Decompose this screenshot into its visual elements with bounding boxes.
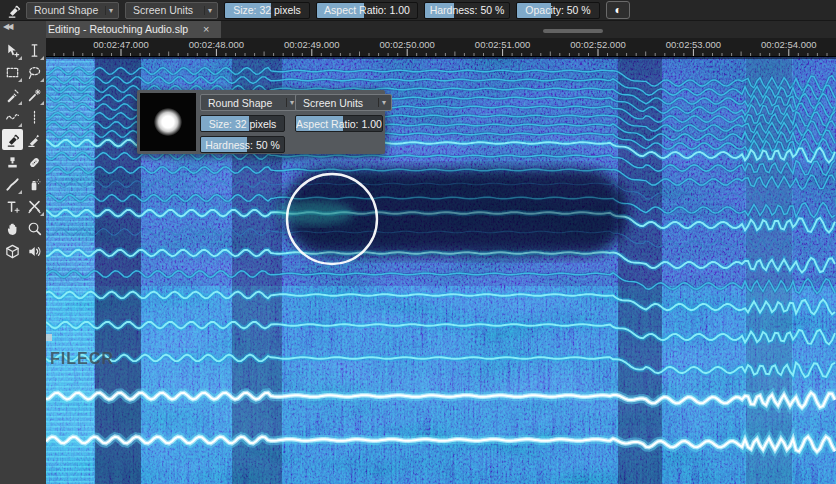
time-label: 00:02:51.000 bbox=[463, 39, 543, 50]
time-label: 00:02:47.000 bbox=[81, 39, 161, 50]
flyout-indicator bbox=[18, 101, 22, 105]
tool-hand[interactable] bbox=[2, 218, 23, 239]
amplify-icon bbox=[27, 132, 42, 147]
time-label: 00:02:50.000 bbox=[367, 39, 447, 50]
tab-bar: Editing - Retouching Audio.slp × bbox=[46, 20, 836, 38]
hardness-slider[interactable]: Hardness: 50 % bbox=[424, 2, 510, 19]
playback-icon bbox=[27, 244, 42, 259]
brush-preview bbox=[140, 93, 196, 151]
tool-text[interactable] bbox=[2, 196, 23, 217]
chevron-down-icon: ▾ bbox=[105, 6, 116, 15]
aspect-ratio-slider[interactable]: Aspect Ratio: 1.00 bbox=[316, 2, 418, 19]
hand-icon bbox=[5, 221, 20, 236]
popup-brush-shape-value: Round Shape bbox=[208, 97, 280, 109]
chevron-down-icon: ▾ bbox=[378, 98, 389, 107]
active-tool-eraser-icon bbox=[0, 3, 26, 18]
tool-magic-wand[interactable] bbox=[24, 85, 45, 106]
zoom-icon bbox=[27, 221, 42, 236]
flyout-indicator bbox=[40, 212, 44, 216]
tool-heal[interactable] bbox=[24, 152, 45, 173]
tool-playback[interactable] bbox=[24, 241, 45, 262]
heal-icon bbox=[27, 155, 42, 170]
tool-zoom[interactable] bbox=[24, 218, 45, 239]
horizontal-scroll-thumb[interactable] bbox=[543, 29, 603, 33]
tool-amplify[interactable] bbox=[24, 129, 45, 150]
tool-cut[interactable] bbox=[24, 196, 45, 217]
invert-contrast-button[interactable]: ◐ bbox=[606, 1, 630, 19]
text-icon bbox=[5, 199, 20, 214]
brush-shape-dropdown[interactable]: Round Shape ▾ bbox=[26, 2, 119, 19]
time-label: 00:02:53.000 bbox=[653, 39, 733, 50]
collapse-panel-button[interactable]: ◀◀ bbox=[3, 22, 11, 31]
flyout-indicator bbox=[40, 56, 44, 60]
popup-hardness-label: Hardness: 50 % bbox=[201, 137, 284, 152]
flyout-indicator bbox=[40, 101, 44, 105]
tool-transform[interactable] bbox=[2, 40, 23, 61]
clone-stamp-icon bbox=[5, 155, 20, 170]
popup-brush-shape-dropdown[interactable]: Round Shape ▾ bbox=[200, 94, 300, 111]
brush-options-popup: Round Shape ▾ Screen Units ▾ Size: 32 pi… bbox=[137, 90, 385, 154]
time-label: 00:02:49.000 bbox=[272, 39, 352, 50]
eraser-icon bbox=[6, 3, 21, 18]
popup-hardness-slider[interactable]: Hardness: 50 % bbox=[200, 136, 285, 153]
units-value: Screen Units bbox=[133, 4, 198, 16]
popup-aspect-slider[interactable]: Aspect Ratio: 1.00 bbox=[295, 115, 383, 132]
brush-shape-value: Round Shape bbox=[34, 4, 99, 16]
tool-clone-stamp[interactable] bbox=[2, 152, 23, 173]
popup-aspect-label: Aspect Ratio: 1.00 bbox=[296, 116, 382, 131]
flyout-indicator bbox=[18, 123, 22, 127]
popup-size-slider[interactable]: Size: 32 pixels bbox=[200, 115, 285, 132]
flyout-indicator bbox=[40, 78, 44, 82]
size-slider[interactable]: Size: 32 pixels bbox=[224, 2, 310, 19]
close-icon[interactable]: × bbox=[200, 23, 212, 35]
time-label: 00:02:54.000 bbox=[749, 39, 829, 50]
hardness-slider-label: Hardness: 50 % bbox=[425, 3, 509, 18]
tools-panel: ◀◀ bbox=[0, 20, 46, 484]
time-label: 00:02:52.000 bbox=[558, 39, 638, 50]
tool-draw[interactable] bbox=[2, 174, 23, 195]
flyout-indicator bbox=[18, 56, 22, 60]
tab-title: Editing - Retouching Audio.slp bbox=[48, 23, 188, 35]
spray-icon bbox=[27, 177, 42, 192]
eraser-icon bbox=[5, 132, 20, 147]
aspect-slider-label: Aspect Ratio: 1.00 bbox=[317, 3, 417, 18]
flyout-indicator bbox=[18, 190, 22, 194]
tool-options-bar: Round Shape ▾ Screen Units ▾ Size: 32 pi… bbox=[0, 0, 836, 21]
tool-rectangle-selection[interactable] bbox=[2, 62, 23, 83]
tool-spray[interactable] bbox=[24, 174, 45, 195]
size-slider-label: Size: 32 pixels bbox=[225, 3, 309, 18]
tool-selection-brush[interactable] bbox=[2, 85, 23, 106]
tool-freehand-selection[interactable] bbox=[2, 107, 23, 128]
time-ruler[interactable]: 00:02:47.00000:02:48.00000:02:49.00000:0… bbox=[46, 38, 836, 57]
chevron-down-icon: ▾ bbox=[204, 6, 215, 15]
tool-frequency-selection[interactable] bbox=[24, 107, 45, 128]
tool-three-d[interactable] bbox=[2, 241, 23, 262]
opacity-slider-label: Opacity: 50 % bbox=[517, 3, 599, 18]
time-label: 00:02:48.000 bbox=[176, 39, 256, 50]
popup-units-value: Screen Units bbox=[303, 97, 372, 109]
opacity-slider[interactable]: Opacity: 50 % bbox=[516, 2, 600, 19]
popup-units-dropdown[interactable]: Screen Units ▾ bbox=[295, 94, 392, 111]
tool-eraser[interactable] bbox=[2, 129, 23, 150]
brush-blob bbox=[154, 108, 182, 136]
popup-size-label: Size: 32 pixels bbox=[201, 116, 284, 131]
contrast-icon: ◐ bbox=[614, 4, 621, 16]
frequency-selection-icon bbox=[27, 110, 42, 125]
tool-time-selection[interactable] bbox=[24, 40, 45, 61]
spectral-editor-window: Round Shape ▾ Screen Units ▾ Size: 32 pi… bbox=[0, 0, 836, 484]
three-d-icon bbox=[5, 244, 20, 259]
units-dropdown[interactable]: Screen Units ▾ bbox=[125, 2, 218, 19]
flyout-indicator bbox=[18, 78, 22, 82]
tab-editing-document[interactable]: Editing - Retouching Audio.slp × bbox=[36, 20, 221, 38]
tool-lasso-selection[interactable] bbox=[24, 62, 45, 83]
